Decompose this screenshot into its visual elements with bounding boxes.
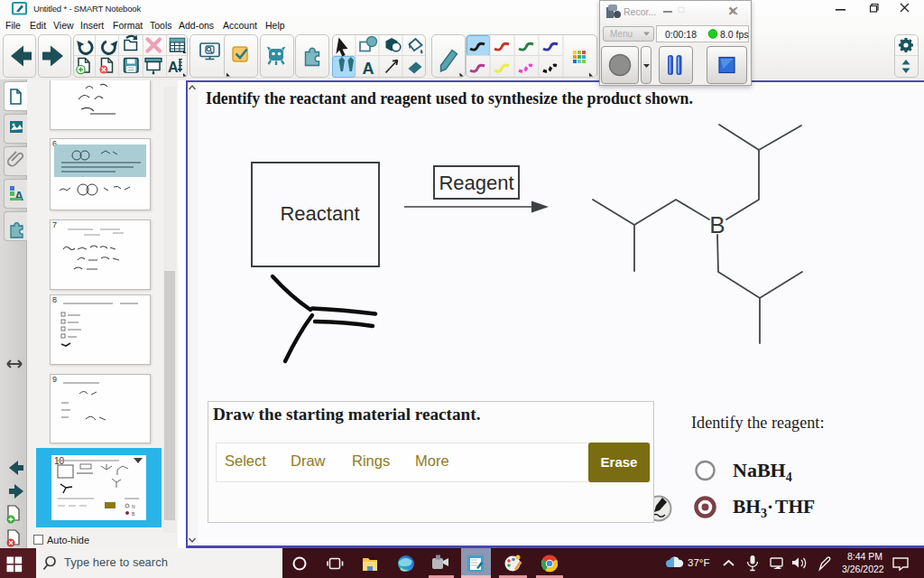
svg-text:B: B — [709, 211, 725, 238]
svg-text:B: B — [132, 511, 135, 517]
svg-text:A: A — [363, 60, 374, 78]
svg-text:N: N — [132, 504, 135, 509]
svg-text:A: A — [168, 60, 179, 75]
svg-text:A: A — [14, 189, 23, 203]
